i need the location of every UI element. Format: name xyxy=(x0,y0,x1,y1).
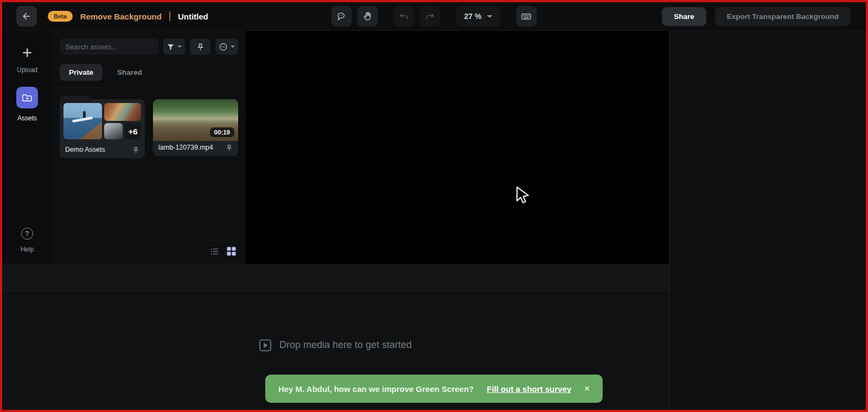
thumbnail-market xyxy=(104,103,141,121)
sidebar-item-assets[interactable]: Assets xyxy=(16,87,38,122)
drop-media-hint: Drop media here to get started xyxy=(259,339,412,351)
assets-label: Assets xyxy=(17,114,37,122)
top-bar: Beta Remove Background Untitled xyxy=(2,2,866,31)
thumbnail-gray xyxy=(104,123,123,139)
chevron-down-icon xyxy=(231,46,235,48)
list-view-button[interactable] xyxy=(210,247,220,259)
top-bar-left: Beta Remove Background Untitled xyxy=(16,6,208,27)
video-name: lamb-120739.mp4 xyxy=(158,144,213,151)
grid-view-button[interactable] xyxy=(226,246,237,259)
survey-toast: Hey M. Abdul, how can we improve Green S… xyxy=(265,375,603,403)
asset-video-card[interactable]: 00:19 lamb-120739.mp4 xyxy=(153,99,238,156)
asset-folder-card[interactable]: +6 Demo Assets xyxy=(60,99,145,158)
chevron-down-icon xyxy=(177,46,182,48)
pin-filter-button[interactable] xyxy=(190,38,210,55)
toast-message: Hey M. Abdul, how can we improve Green S… xyxy=(278,384,474,394)
chevron-down-icon xyxy=(487,15,492,18)
plus-icon: + xyxy=(22,45,33,60)
assets-tabs: Private Shared xyxy=(60,64,238,81)
preview-canvas[interactable] xyxy=(246,31,669,264)
media-play-icon xyxy=(259,339,271,351)
video-thumbnail: 00:19 xyxy=(153,99,238,141)
folder-name: Demo Assets xyxy=(65,146,105,153)
asset-cards: +6 Demo Assets 00:19 lamb-120739.mp4 xyxy=(60,99,238,240)
timeline-toolbar-strip xyxy=(2,264,669,291)
pan-tool-button[interactable] xyxy=(358,6,378,27)
collage-bottom-row: +6 xyxy=(104,123,141,139)
surfboard xyxy=(72,117,93,123)
close-icon[interactable]: × xyxy=(584,383,590,394)
tab-private[interactable]: Private xyxy=(60,64,103,81)
back-button[interactable] xyxy=(16,6,37,27)
grid-view-icon xyxy=(226,246,237,256)
assets-panel-footer xyxy=(52,240,246,264)
pin-icon[interactable] xyxy=(132,146,139,153)
filter-button[interactable] xyxy=(163,38,185,55)
filter-funnel-icon xyxy=(167,43,175,51)
share-button[interactable]: Share xyxy=(662,7,706,26)
zoom-level-value: 27 % xyxy=(464,12,482,21)
top-bar-right: Share Export Transparent Background xyxy=(662,7,866,26)
assets-panel-toolbar xyxy=(60,38,238,55)
folder-thumbnail-collage: +6 xyxy=(60,99,145,143)
duration-badge: 00:19 xyxy=(210,127,234,137)
ellipsis-circle-icon xyxy=(219,42,228,52)
project-title: Untitled xyxy=(178,12,208,21)
mode-title: Remove Background xyxy=(80,12,162,21)
folder-play-icon xyxy=(21,92,33,104)
list-view-icon xyxy=(210,247,220,256)
canvas-toolbar: 27 % xyxy=(331,6,537,27)
assets-icon-button xyxy=(16,87,38,108)
help-label: Help xyxy=(21,246,34,253)
keyboard-shortcuts-button[interactable] xyxy=(516,6,537,27)
keyboard-icon xyxy=(521,11,532,22)
export-transparent-background-button[interactable]: Export Transparent Background xyxy=(715,7,851,26)
more-count-badge: +6 xyxy=(125,123,141,139)
redo-button[interactable] xyxy=(420,6,441,27)
comment-cursor-icon xyxy=(336,11,347,22)
pin-icon[interactable] xyxy=(226,144,233,151)
back-arrow-icon xyxy=(21,11,32,22)
app-window: Beta Remove Background Untitled xyxy=(0,0,868,412)
search-input[interactable] xyxy=(60,38,158,55)
zoom-level-control[interactable]: 27 % xyxy=(456,6,501,27)
upload-label: Upload xyxy=(17,66,37,74)
properties-panel xyxy=(669,31,866,410)
redo-icon xyxy=(425,11,436,22)
left-sidebar: + Upload Assets ? Help xyxy=(2,31,52,264)
play-triangle-icon xyxy=(264,343,268,348)
mouse-cursor-icon xyxy=(514,185,532,205)
survey-link[interactable]: Fill out a short survey xyxy=(487,384,571,394)
panel-divider xyxy=(52,87,246,88)
hand-icon xyxy=(362,11,373,22)
undo-button[interactable] xyxy=(394,6,414,27)
assets-panel: Private Shared +6 xyxy=(52,31,246,264)
tab-shared[interactable]: Shared xyxy=(108,64,151,81)
collage-right-column: +6 xyxy=(104,103,141,139)
undo-icon xyxy=(399,11,410,22)
card-label-row: lamb-120739.mp4 xyxy=(153,141,238,156)
title-separator xyxy=(169,11,170,21)
sidebar-item-help[interactable]: ? Help xyxy=(21,228,34,253)
pin-icon xyxy=(196,43,205,51)
drop-hint-text: Drop media here to get started xyxy=(279,339,412,351)
more-options-button[interactable] xyxy=(215,38,238,55)
thumbnail-surfer xyxy=(63,103,102,139)
card-label-row: Demo Assets xyxy=(60,143,145,158)
sidebar-item-upload[interactable]: + Upload xyxy=(17,45,37,74)
question-icon: ? xyxy=(21,228,33,240)
beta-badge: Beta xyxy=(48,11,73,22)
comment-tool-button[interactable] xyxy=(331,6,352,27)
